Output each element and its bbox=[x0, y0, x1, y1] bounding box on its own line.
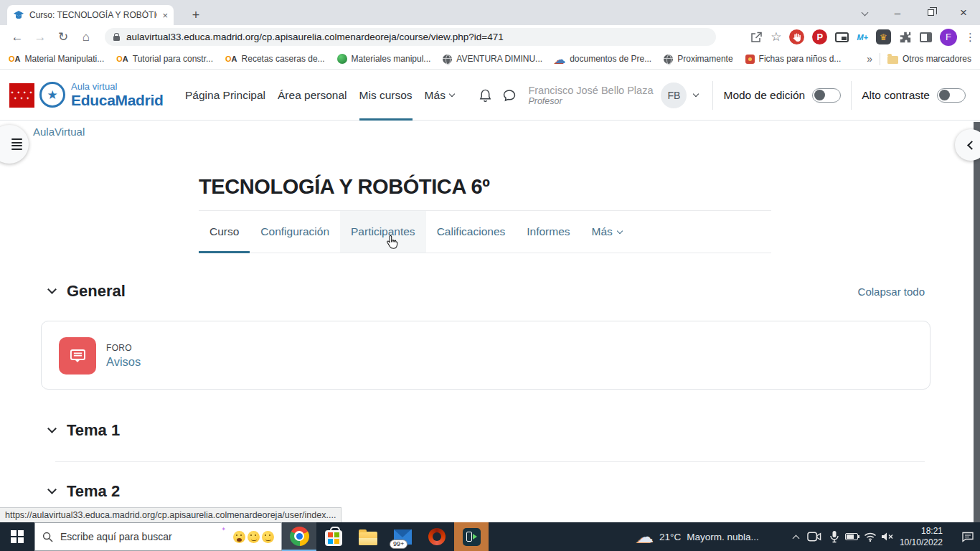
user-menu-chevron-icon[interactable] bbox=[693, 91, 699, 97]
bookmark-label[interactable]: Proximamente bbox=[677, 54, 732, 64]
pinterest-extension-icon[interactable]: P bbox=[812, 29, 827, 44]
chevron-down-icon[interactable] bbox=[47, 424, 57, 433]
tab-mas[interactable]: Más bbox=[581, 211, 633, 253]
new-tab-button[interactable]: + bbox=[187, 6, 205, 24]
other-bookmarks-button[interactable]: Otros marcadores bbox=[887, 54, 971, 64]
tab-configuracion[interactable]: Configuración bbox=[250, 211, 340, 253]
mouse-cursor-icon bbox=[385, 234, 400, 252]
nav-mis-cursos[interactable]: Mis cursos bbox=[359, 70, 413, 121]
start-button[interactable] bbox=[0, 522, 34, 551]
wifi-icon[interactable] bbox=[861, 522, 880, 551]
activity-link[interactable]: Avisos bbox=[106, 355, 141, 369]
taskbar-chrome-button[interactable] bbox=[282, 522, 316, 551]
messages-icon[interactable] bbox=[502, 88, 517, 103]
bookmark-item[interactable]: OAMaterial Manipulati... bbox=[9, 54, 104, 64]
share-icon[interactable] bbox=[750, 31, 763, 44]
user-avatar[interactable]: FB bbox=[661, 83, 687, 108]
bookmark-star-icon[interactable]: ☆ bbox=[771, 29, 781, 44]
taskbar-clock[interactable]: 18:21 10/10/2022 bbox=[895, 522, 943, 551]
site-header: ✦ ✦ ✦ ✦✦ ✦ ✦ ★ Aula virtual EducaMadrid … bbox=[0, 70, 980, 121]
bookmark-item[interactable]: OATutorial para constr... bbox=[116, 54, 213, 64]
movistar-extension-icon[interactable]: M+ bbox=[857, 33, 868, 42]
bookmark-label[interactable]: Fichas para niños d... bbox=[759, 54, 842, 64]
nav-area-personal[interactable]: Área personal bbox=[278, 70, 347, 121]
bookmark-item[interactable]: OARecetas caseras de... bbox=[225, 54, 325, 64]
volume-muted-icon[interactable] bbox=[878, 522, 897, 551]
breadcrumb[interactable]: AulaVirtual bbox=[33, 126, 85, 138]
chevron-down-icon[interactable] bbox=[47, 485, 57, 494]
bookmark-label[interactable]: AVENTURA DIMINU... bbox=[456, 54, 542, 64]
other-bookmarks-label[interactable]: Otros marcadores bbox=[903, 54, 971, 64]
meet-now-icon[interactable] bbox=[805, 522, 824, 551]
taskbar-your-phone-button[interactable] bbox=[454, 522, 489, 551]
user-name: Francisco José Bello Plaza bbox=[528, 85, 653, 96]
oa-icon: OA bbox=[116, 55, 128, 63]
bookmark-item[interactable]: ☁documentos de Pre... bbox=[555, 54, 651, 65]
home-icon[interactable]: ⌂ bbox=[76, 25, 96, 49]
site-brand[interactable]: Aula virtual EducaMadrid bbox=[71, 82, 164, 108]
bookmarks-overflow-icon[interactable]: » bbox=[867, 53, 872, 65]
bookmark-item[interactable]: Materiales manipul... bbox=[337, 54, 431, 64]
taskbar-weather-widget[interactable]: ☁ 21°C Mayorm. nubla... bbox=[631, 522, 788, 551]
tab-search-icon[interactable] bbox=[848, 0, 881, 25]
bookmark-label[interactable]: Materiales manipul... bbox=[352, 54, 431, 64]
browser-tab[interactable]: Curso: TECNOLOGÍA Y ROBÓTIC × bbox=[7, 5, 174, 25]
section-title: Tema 1 bbox=[67, 421, 120, 440]
nav-mas[interactable]: Más bbox=[425, 70, 454, 121]
microsoft-store-icon bbox=[325, 530, 342, 546]
window-close-button[interactable]: × bbox=[947, 0, 980, 25]
battery-icon[interactable] bbox=[842, 522, 861, 551]
bookmark-item[interactable]: Proximamente bbox=[664, 54, 732, 64]
section-tema-1[interactable]: Tema 1 bbox=[0, 415, 120, 446]
taskbar-office-button[interactable] bbox=[420, 522, 454, 551]
window-minimize-button[interactable]: – bbox=[881, 0, 914, 25]
tab-calificaciones[interactable]: Calificaciones bbox=[426, 211, 517, 253]
bookmark-label[interactable]: Material Manipulati... bbox=[25, 54, 105, 64]
divider bbox=[55, 461, 925, 462]
scrollbar-thumb[interactable] bbox=[974, 122, 980, 522]
picture-in-picture-extension-icon[interactable] bbox=[835, 32, 849, 42]
high-contrast-toggle[interactable] bbox=[937, 88, 966, 103]
taskbar-explorer-button[interactable] bbox=[351, 522, 385, 551]
taskbar-store-button[interactable] bbox=[316, 522, 351, 551]
address-bar[interactable]: aulavirtual33.educa.madrid.org/cp.apisau… bbox=[105, 28, 716, 46]
extensions-puzzle-icon[interactable] bbox=[899, 31, 912, 44]
notifications-bell-icon[interactable] bbox=[479, 88, 492, 103]
back-icon[interactable]: ← bbox=[7, 25, 27, 49]
bookmark-label[interactable]: documentos de Pre... bbox=[570, 54, 651, 64]
side-panel-icon[interactable] bbox=[920, 32, 932, 42]
collapse-all-link[interactable]: Colapsar todo bbox=[858, 286, 925, 298]
tray-show-hidden-icons[interactable] bbox=[786, 522, 805, 551]
lock-icon[interactable] bbox=[113, 36, 120, 41]
tab-curso[interactable]: Curso bbox=[199, 211, 250, 253]
action-center-icon[interactable] bbox=[956, 522, 980, 551]
url-text[interactable]: aulavirtual33.educa.madrid.org/cp.apisau… bbox=[126, 32, 504, 42]
course-index-drawer-button[interactable] bbox=[0, 125, 29, 164]
block-drawer-button[interactable] bbox=[955, 129, 980, 161]
profile-avatar[interactable]: F bbox=[940, 29, 957, 46]
file-explorer-icon bbox=[359, 532, 377, 545]
reload-icon[interactable]: ↻ bbox=[53, 25, 73, 49]
tab-close-icon[interactable]: × bbox=[162, 11, 168, 20]
edit-mode-toggle[interactable] bbox=[812, 88, 841, 103]
adblock-extension-icon[interactable] bbox=[789, 29, 804, 44]
taskbar-search-box[interactable]: Escribe aquí para buscar ✦ bbox=[34, 522, 282, 551]
bookmark-label[interactable]: Recetas caseras de... bbox=[242, 54, 325, 64]
bookmark-item[interactable]: Fichas para niños d... bbox=[745, 54, 842, 64]
tab-participantes[interactable]: Participantes bbox=[340, 211, 426, 253]
taskbar-mail-button[interactable]: 99+ bbox=[385, 522, 420, 551]
section-general[interactable]: General bbox=[0, 276, 126, 307]
tab-informes[interactable]: Informes bbox=[516, 211, 580, 253]
search-emoji-icons[interactable] bbox=[233, 531, 274, 543]
chrome-menu-icon[interactable]: ⋮ bbox=[965, 31, 976, 44]
chevron-down-icon[interactable] bbox=[47, 285, 57, 294]
microphone-icon[interactable] bbox=[825, 522, 844, 551]
bookmark-label[interactable]: Tutorial para constr... bbox=[133, 54, 213, 64]
crown-extension-icon[interactable]: ♛ bbox=[876, 29, 891, 44]
window-restore-button[interactable] bbox=[914, 0, 947, 25]
search-placeholder[interactable]: Escribe aquí para buscar bbox=[60, 531, 214, 542]
bookmark-item[interactable]: AVENTURA DIMINU... bbox=[443, 54, 542, 64]
educamadrid-logo-icon[interactable]: ★ bbox=[39, 82, 65, 108]
nav-pagina-principal[interactable]: Página Principal bbox=[185, 70, 265, 121]
section-tema-2[interactable]: Tema 2 bbox=[0, 476, 120, 507]
